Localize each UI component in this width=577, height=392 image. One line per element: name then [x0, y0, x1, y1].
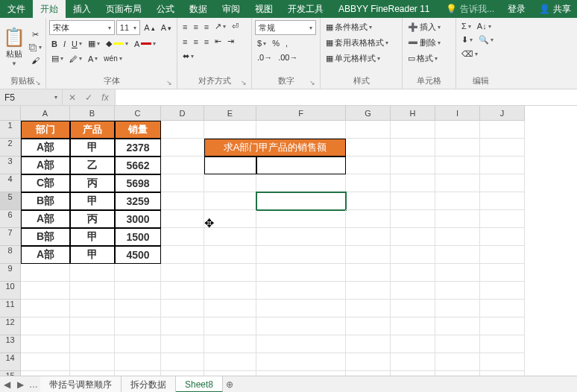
cell[interactable]: A部	[21, 246, 70, 264]
cell[interactable]	[70, 353, 115, 371]
cell[interactable]	[204, 317, 256, 335]
row-header[interactable]: 15	[0, 371, 21, 376]
cell[interactable]	[391, 282, 435, 300]
border-button[interactable]: ▦▾	[86, 37, 102, 50]
cell[interactable]	[346, 264, 391, 282]
sheet-nav-next[interactable]: ▶	[13, 379, 27, 390]
cell[interactable]	[70, 300, 115, 317]
row-header[interactable]: 2	[0, 139, 21, 157]
fill-button2[interactable]: 🖉▾	[67, 53, 84, 65]
sheet-tab-active[interactable]: Sheet8	[176, 376, 223, 393]
indent-inc-button[interactable]: ⇥	[225, 35, 236, 48]
cell[interactable]	[391, 335, 435, 353]
tab-insert[interactable]: 插入	[66, 0, 98, 18]
row-header[interactable]: 3	[0, 157, 21, 174]
col-header[interactable]: I	[435, 106, 480, 121]
cell[interactable]	[391, 264, 435, 282]
cell[interactable]	[161, 121, 204, 139]
row-header[interactable]: 8	[0, 246, 21, 264]
cell[interactable]	[161, 300, 204, 317]
sheet-nav-more[interactable]: …	[27, 379, 40, 390]
inc-decimal-button[interactable]: .0→	[255, 51, 274, 63]
cell[interactable]	[480, 139, 525, 157]
delete-button[interactable]: ➖删除▾	[406, 36, 453, 50]
cell[interactable]	[161, 210, 204, 228]
cell[interactable]	[21, 317, 70, 335]
cell[interactable]	[256, 210, 346, 228]
cell[interactable]	[435, 264, 480, 282]
cell[interactable]	[115, 264, 161, 282]
dec-decimal-button[interactable]: .00→	[276, 51, 300, 63]
cond-fmt-button[interactable]: ▦条件格式▾	[324, 20, 399, 34]
cell[interactable]: 求A部门甲产品的销售额	[204, 139, 346, 157]
cell[interactable]	[256, 228, 346, 246]
cell[interactable]	[480, 371, 525, 376]
col-header[interactable]: E	[204, 106, 256, 121]
row-header[interactable]: 4	[0, 174, 21, 192]
cell[interactable]	[435, 371, 480, 376]
underline-button[interactable]: U▾	[69, 38, 84, 50]
cell[interactable]	[346, 335, 391, 353]
cell[interactable]	[346, 121, 391, 139]
cell[interactable]	[161, 264, 204, 282]
cell[interactable]: 甲	[70, 139, 115, 157]
dialog-launcher-icon[interactable]: ↘	[241, 79, 247, 86]
cell[interactable]	[204, 335, 256, 353]
cell[interactable]	[346, 157, 391, 174]
tab-layout[interactable]: 页面布局	[98, 0, 149, 18]
cell[interactable]: A部	[21, 157, 70, 174]
cell[interactable]: 1500	[115, 228, 161, 246]
cell[interactable]	[391, 139, 435, 157]
cell[interactable]	[346, 282, 391, 300]
cell[interactable]	[435, 192, 480, 210]
tab-formulas[interactable]: 公式	[149, 0, 182, 18]
cell[interactable]	[161, 228, 204, 246]
orientation-button[interactable]: ↗▾	[212, 20, 228, 33]
new-sheet-button[interactable]: ⊕	[223, 379, 236, 390]
row-header[interactable]: 10	[0, 282, 21, 300]
paste-button[interactable]: 📋 粘贴 ▼	[3, 20, 25, 74]
cell[interactable]: 产品	[70, 121, 115, 139]
cell[interactable]	[435, 300, 480, 317]
cell[interactable]	[346, 300, 391, 317]
cell[interactable]: 丙	[70, 210, 115, 228]
cell[interactable]	[346, 210, 391, 228]
tab-addin[interactable]: ABBYY FineReader 11	[331, 0, 438, 18]
cell[interactable]	[480, 300, 525, 317]
select-all-corner[interactable]	[0, 106, 21, 121]
cell[interactable]	[480, 121, 525, 139]
cell[interactable]: 甲	[70, 228, 115, 246]
row-header[interactable]: 1	[0, 121, 21, 139]
name-box[interactable]: F5▾	[0, 89, 63, 105]
cell[interactable]	[161, 246, 204, 264]
pinyin-button[interactable]: wén▾	[101, 53, 124, 64]
decrease-font-button[interactable]: A▾	[159, 22, 174, 34]
cell[interactable]	[256, 300, 346, 317]
cell[interactable]	[435, 317, 480, 335]
cell[interactable]	[204, 246, 256, 264]
cell[interactable]	[480, 157, 525, 174]
cell[interactable]	[21, 353, 70, 371]
cell[interactable]	[256, 264, 346, 282]
wrap-button[interactable]: ⏎	[230, 20, 241, 33]
cell[interactable]	[346, 174, 391, 192]
cell[interactable]	[115, 353, 161, 371]
row-header[interactable]: 9	[0, 264, 21, 282]
cell[interactable]	[391, 210, 435, 228]
format-button[interactable]: ▭格式▾	[406, 51, 453, 66]
cell[interactable]	[161, 192, 204, 210]
sheet-tab[interactable]: 带括号调整顺序	[40, 376, 122, 393]
cell[interactable]	[70, 317, 115, 335]
cell[interactable]: 5662	[115, 157, 161, 174]
insert-button[interactable]: ➕插入▾	[406, 20, 453, 34]
cell[interactable]	[435, 121, 480, 139]
cell[interactable]	[346, 192, 391, 210]
cell[interactable]	[70, 264, 115, 282]
align-left-button[interactable]: ≡	[180, 36, 189, 48]
fill-down-button[interactable]: ⬇▾	[459, 34, 475, 46]
cell[interactable]: 销量	[115, 121, 161, 139]
cell[interactable]	[204, 192, 256, 210]
cell[interactable]: 3259	[115, 192, 161, 210]
cell[interactable]	[256, 246, 346, 264]
cell[interactable]	[256, 282, 346, 300]
